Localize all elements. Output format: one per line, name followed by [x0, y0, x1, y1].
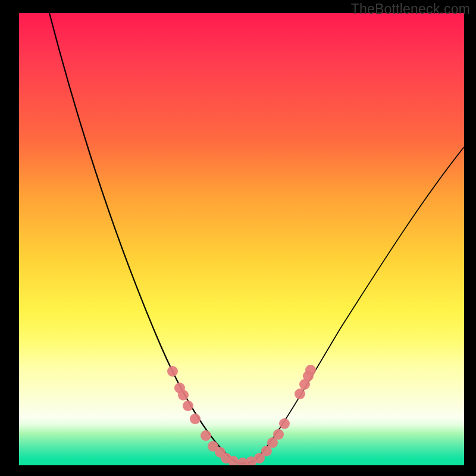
- chart-frame: TheBottleneck.com: [0, 0, 476, 476]
- bottleneck-curve: [19, 13, 464, 465]
- svg-point-2: [178, 390, 189, 400]
- svg-point-3: [183, 400, 193, 411]
- svg-point-5: [201, 430, 211, 441]
- svg-point-16: [279, 418, 290, 429]
- svg-point-4: [190, 414, 201, 424]
- marker-group: [167, 365, 316, 465]
- watermark-text: TheBottleneck.com: [351, 1, 470, 17]
- svg-point-0: [167, 366, 178, 377]
- svg-point-17: [295, 389, 305, 399]
- plot-area: [19, 13, 464, 465]
- curve-right: [254, 147, 464, 461]
- curve-left: [49, 13, 236, 462]
- svg-point-15: [273, 429, 284, 440]
- svg-point-20: [305, 365, 316, 375]
